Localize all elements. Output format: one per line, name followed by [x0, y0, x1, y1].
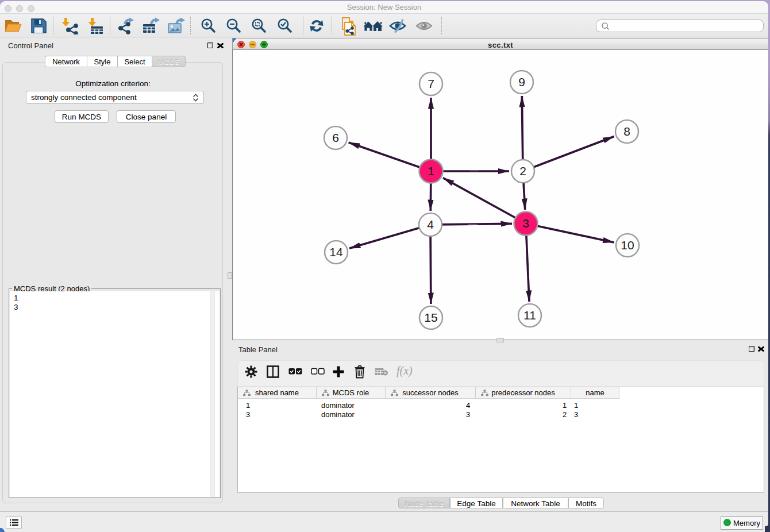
svg-text:1: 1 [428, 164, 434, 178]
svg-text:2: 2 [519, 164, 526, 178]
svg-text:3: 3 [522, 217, 529, 230]
svg-text:8: 8 [623, 125, 630, 138]
svg-text:15: 15 [424, 311, 437, 324]
svg-text:9: 9 [518, 75, 525, 88]
svg-text:6: 6 [332, 131, 339, 144]
svg-text:10: 10 [621, 238, 634, 252]
svg-text:14: 14 [329, 245, 343, 259]
svg-text:11: 11 [523, 309, 536, 322]
svg-text:7: 7 [428, 77, 434, 90]
svg-text:4: 4 [427, 218, 434, 231]
